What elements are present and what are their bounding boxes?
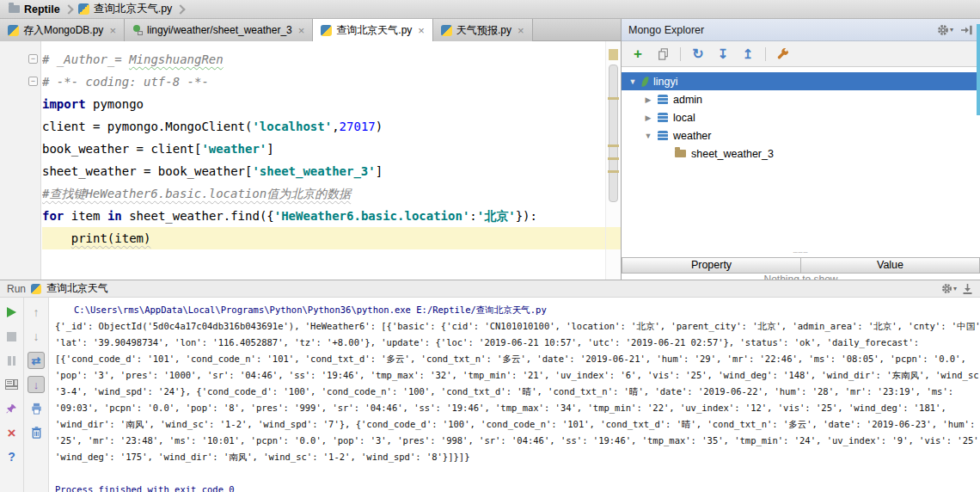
tree-item-label: local: [673, 112, 695, 124]
run-panel: Run 查询北京天气 ▾: [0, 280, 980, 492]
chevron-down-icon[interactable]: ▼: [644, 132, 652, 140]
python-file-icon: [8, 25, 19, 36]
code-line-current: print(item): [42, 227, 605, 249]
tree-item-sheet-weather-3[interactable]: sheet_weather_3: [622, 145, 980, 163]
code-editor[interactable]: − − # _Author_= MingshuangRen # -*- codi…: [0, 41, 621, 280]
tree-item-label: admin: [673, 94, 702, 106]
tab-store-mongodb[interactable]: 存入MongoDB.py ×: [0, 19, 125, 41]
up-arrow-icon[interactable]: ↑: [28, 304, 45, 321]
toolbar-separator: [765, 47, 766, 61]
pin-icon[interactable]: [3, 400, 21, 417]
wrench-settings-icon[interactable]: [775, 46, 791, 62]
tab-label: 查询北京天气.py: [336, 23, 412, 38]
database-icon: [658, 113, 668, 123]
run-label: Run: [7, 283, 26, 295]
console-exit-line: Process finished with exit code 0: [55, 482, 980, 492]
code-line: book_weather = client['weather']: [42, 138, 605, 160]
breadcrumb: Reptile 查询北京天气.py: [0, 0, 980, 19]
tab-weather-forecast[interactable]: 天气预报.py ×: [433, 19, 533, 41]
rerun-button[interactable]: [3, 304, 21, 321]
tab-query-beijing-weather[interactable]: 查询北京天气.py ×: [313, 19, 433, 41]
code-line: import pymongo: [42, 93, 605, 115]
gear-icon[interactable]: ▾: [941, 283, 957, 294]
toolbar-separator: [680, 47, 681, 61]
tree-item-admin[interactable]: ▶ admin: [622, 90, 980, 108]
refresh-icon[interactable]: ↻: [690, 46, 706, 62]
mongo-tree: ▼ lingyi ▶ admin ▶ local ▼ weather: [622, 67, 980, 251]
soft-wrap-toggle[interactable]: ⇄: [28, 352, 45, 369]
tree-item-label: lingyi: [653, 76, 678, 88]
close-icon[interactable]: ×: [418, 25, 425, 36]
editor-tab-bar: 存入MongoDB.py × lingyi/weather/sheet_weat…: [0, 19, 621, 41]
close-icon[interactable]: ×: [3, 424, 21, 441]
collapse-all-icon[interactable]: ↥: [740, 46, 756, 62]
close-icon[interactable]: ×: [109, 25, 116, 36]
code-area[interactable]: # _Author_= MingshuangRen # -*- coding: …: [42, 41, 605, 280]
tree-item-weather[interactable]: ▼ weather: [622, 126, 980, 145]
fold-marker[interactable]: −: [28, 77, 38, 86]
run-console[interactable]: C:\Users\rms\AppData\Local\Programs\Pyth…: [50, 298, 980, 492]
fold-marker[interactable]: −: [28, 54, 38, 64]
value-column-header[interactable]: Value: [801, 257, 980, 274]
tree-item-local[interactable]: ▶ local: [622, 108, 980, 126]
close-icon[interactable]: ×: [298, 25, 305, 36]
python-file-icon: [31, 284, 41, 294]
run-header: Run 查询北京天气 ▾: [0, 280, 980, 298]
current-line-mark: [606, 227, 621, 249]
empty-table-text: Nothing to show: [622, 274, 980, 280]
console-layout-icon[interactable]: [3, 376, 21, 393]
folder-icon: [9, 5, 20, 13]
breadcrumb-file[interactable]: 查询北京天气.py: [75, 0, 180, 19]
tab-label: 天气预报.py: [456, 23, 511, 38]
code-line: sheet_weather = book_weather['sheet_weat…: [42, 160, 605, 182]
expand-all-icon[interactable]: ↧: [715, 46, 731, 62]
ide-window: Reptile 查询北京天气.py 存入MongoDB.py × lingyi/…: [0, 0, 980, 492]
editor-scrollbar-thumb[interactable]: [609, 65, 618, 202]
warning-mark: [608, 145, 619, 147]
chevron-right-icon[interactable]: ▶: [644, 95, 652, 104]
tab-mongo-console[interactable]: lingyi/weather/sheet_weather_3 ×: [125, 19, 313, 41]
code-line: # _Author_= MingshuangRen: [42, 48, 605, 71]
inspection-status-mark: [609, 49, 618, 60]
warning-mark: [608, 97, 619, 100]
python-file-icon: [321, 25, 332, 36]
code-line: # -*- coding: utf-8 -*-: [42, 71, 605, 93]
splitter-grip[interactable]: ┄┄┄: [622, 249, 980, 257]
mongo-explorer-header: Mongo Explorer ▾: [622, 19, 980, 41]
run-toolbar: × ? ↑ ↓ ⇄ ↓: [0, 298, 49, 492]
print-icon[interactable]: [28, 400, 45, 417]
property-column-header[interactable]: Property: [622, 257, 801, 274]
copy-icon[interactable]: [655, 46, 671, 62]
code-line: #查找键HeWeather6.basic.location值为北京的数据: [42, 182, 605, 205]
add-server-button[interactable]: +: [630, 46, 646, 62]
tab-label: lingyi/weather/sheet_weather_3: [147, 24, 292, 36]
help-icon[interactable]: ?: [3, 448, 21, 465]
python-file-icon: [78, 3, 89, 15]
editor-error-stripe[interactable]: [605, 41, 621, 280]
close-icon[interactable]: ×: [518, 25, 524, 36]
mongo-leaf-icon: [641, 76, 648, 87]
run-configuration-title: 查询北京天气: [46, 281, 108, 296]
scroll-to-end-toggle[interactable]: ↓: [28, 376, 45, 393]
hide-panel-icon[interactable]: [960, 25, 973, 35]
pause-button[interactable]: [3, 352, 21, 369]
chevron-down-icon[interactable]: ▼: [628, 77, 637, 86]
trash-icon[interactable]: [28, 424, 45, 441]
database-icon: [658, 95, 668, 105]
tab-label: 存入MongoDB.py: [23, 23, 103, 38]
tree-scrollbar[interactable]: [977, 24, 980, 115]
stop-button[interactable]: [3, 328, 21, 345]
mongo-explorer-panel: Mongo Explorer ▾ + ↻ ↧ ↥ ▼: [621, 19, 980, 280]
breadcrumb-file-label: 查询北京天气.py: [94, 2, 173, 16]
python-file-icon: [441, 25, 452, 36]
gear-icon[interactable]: ▾: [937, 24, 953, 36]
chevron-right-icon[interactable]: ▶: [644, 114, 652, 122]
hide-panel-icon[interactable]: [962, 283, 973, 294]
warning-mark: [608, 170, 619, 173]
code-line: client = pymongo.MongoClient('localhost'…: [42, 115, 605, 138]
tree-item-lingyi[interactable]: ▼ lingyi: [622, 72, 980, 90]
down-arrow-icon[interactable]: ↓: [28, 328, 45, 345]
property-table-header: Property Value: [622, 257, 980, 274]
breadcrumb-project[interactable]: Reptile: [5, 0, 67, 19]
panel-title: Mongo Explorer: [628, 24, 930, 36]
